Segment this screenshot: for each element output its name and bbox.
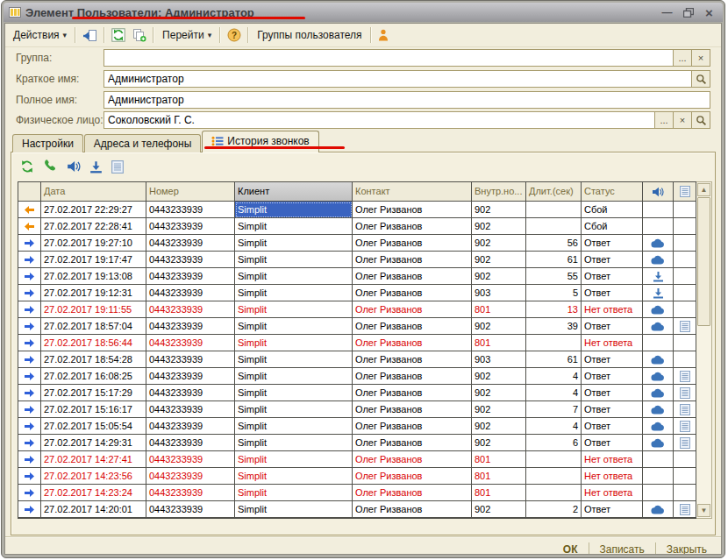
open-note-button[interactable] [111, 160, 124, 174]
cell-number[interactable]: 0443233939 [146, 285, 235, 301]
cell-contact[interactable]: Олег Ризванов [353, 268, 472, 285]
header-date[interactable]: Дата [41, 182, 146, 202]
cell-internal-number[interactable]: 801 [472, 485, 526, 501]
call-phone-button[interactable] [43, 159, 58, 174]
scroll-up-button[interactable]: ▲ [697, 183, 710, 196]
cell-internal-number[interactable]: 902 [472, 368, 526, 385]
cell-date[interactable]: 27.02.2017 14:20:01 [41, 501, 146, 518]
cell-client[interactable]: Simplit [235, 368, 353, 385]
cell-status[interactable]: Нет ответа [582, 451, 643, 468]
user-groups-button[interactable]: Группы пользователя [252, 26, 367, 44]
reread-button[interactable] [108, 26, 129, 44]
person-clear-button[interactable]: × [674, 111, 692, 129]
call-row[interactable]: 27.02.2017 19:13:080443233939SimplitОлег… [18, 268, 696, 285]
cell-duration[interactable] [526, 468, 582, 485]
cell-status[interactable]: Нет ответа [582, 335, 643, 351]
cell-contact[interactable]: Олег Ризванов [353, 235, 472, 252]
download-record-button[interactable] [89, 160, 103, 174]
call-row[interactable]: 27.02.2017 22:28:410443233939SimplitОлег… [18, 218, 696, 235]
cell-contact[interactable]: Олег Ризванов [353, 385, 472, 401]
call-row[interactable]: 27.02.2017 15:17:290443233939SimplitОлег… [18, 385, 696, 401]
cell-number[interactable]: 0443233939 [146, 301, 235, 318]
cell-number[interactable]: 0443233939 [146, 385, 235, 401]
call-row[interactable]: 27.02.2017 18:57:040443233939SimplitОлег… [18, 318, 696, 335]
call-row[interactable]: 27.02.2017 14:23:240443233939SimplitОлег… [18, 485, 696, 501]
full-name-input[interactable] [103, 91, 710, 109]
group-select-button[interactable]: ... [674, 49, 692, 67]
cell-date[interactable]: 27.02.2017 14:23:56 [41, 468, 146, 485]
cell-internal-number[interactable]: 902 [472, 235, 526, 252]
call-row[interactable]: 27.02.2017 19:11:550443233939SimplitОлег… [18, 301, 696, 318]
short-name-search-button[interactable] [692, 70, 710, 88]
cell-internal-number[interactable]: 801 [472, 451, 526, 468]
call-row[interactable]: 27.02.2017 16:08:250443233939SimplitОлег… [18, 368, 696, 385]
call-row[interactable]: 27.02.2017 18:54:280443233939SimplitОлег… [18, 351, 696, 368]
cell-status[interactable]: Ответ [582, 435, 643, 451]
refresh-calls-button[interactable] [20, 159, 34, 174]
cell-date[interactable]: 27.02.2017 22:29:27 [41, 202, 146, 218]
call-row[interactable]: 27.02.2017 14:29:310443233939SimplitОлег… [18, 435, 696, 451]
cell-number[interactable]: 0443233939 [146, 218, 235, 235]
cell-number[interactable]: 0443233939 [146, 451, 235, 468]
person-search-button[interactable] [692, 111, 710, 129]
cell-duration[interactable] [526, 335, 582, 351]
header-status[interactable]: Статус [582, 182, 643, 202]
cell-status[interactable]: Ответ [582, 351, 643, 368]
cell-status[interactable]: Нет ответа [582, 468, 643, 485]
cell-client[interactable]: Simplit [235, 451, 353, 468]
call-row[interactable]: 27.02.2017 14:20:010443233939SimplitОлег… [18, 501, 696, 518]
cell-client[interactable]: Simplit [235, 335, 353, 351]
cell-client[interactable]: Simplit [235, 468, 353, 485]
person-input[interactable] [103, 111, 655, 129]
cell-status[interactable]: Ответ [582, 268, 643, 285]
cell-number[interactable]: 0443233939 [146, 335, 235, 351]
write-close-button[interactable] [79, 27, 101, 44]
cell-date[interactable]: 27.02.2017 18:57:04 [41, 318, 146, 335]
cell-internal-number[interactable]: 902 [472, 318, 526, 335]
cell-internal-number[interactable]: 902 [472, 418, 526, 435]
cell-duration[interactable] [526, 485, 582, 501]
cell-date[interactable]: 27.02.2017 15:16:17 [41, 401, 146, 418]
cell-date[interactable]: 27.02.2017 19:11:55 [41, 301, 146, 318]
scroll-down-button[interactable]: ▼ [697, 504, 710, 517]
header-note-icon[interactable] [674, 182, 696, 202]
cell-contact[interactable]: Олег Ризванов [353, 285, 472, 301]
cell-duration[interactable]: 4 [526, 385, 582, 401]
cell-duration[interactable]: 13 [526, 301, 582, 318]
copy-item-button[interactable] [129, 27, 150, 44]
cell-status[interactable]: Нет ответа [582, 301, 643, 318]
call-row[interactable]: 27.02.2017 19:17:470443233939SimplitОлег… [18, 252, 696, 268]
cell-number[interactable]: 0443233939 [146, 318, 235, 335]
cell-duration[interactable] [526, 202, 582, 218]
cell-date[interactable]: 27.02.2017 18:54:28 [41, 351, 146, 368]
cell-number[interactable]: 0443233939 [146, 351, 235, 368]
cell-internal-number[interactable]: 902 [472, 401, 526, 418]
cell-client[interactable]: Simplit [235, 252, 353, 268]
cell-duration[interactable] [526, 218, 582, 235]
cell-number[interactable]: 0443233939 [146, 485, 235, 501]
help-button[interactable]: ? [224, 26, 245, 44]
cell-date[interactable]: 27.02.2017 15:05:54 [41, 418, 146, 435]
cell-duration[interactable]: 7 [526, 401, 582, 418]
cell-duration[interactable]: 61 [526, 252, 582, 268]
cell-duration[interactable]: 56 [526, 235, 582, 252]
listen-record-button[interactable] [67, 160, 81, 173]
cell-client[interactable]: Simplit [235, 268, 353, 285]
cell-internal-number[interactable]: 903 [472, 351, 526, 368]
cell-number[interactable]: 0443233939 [146, 235, 235, 252]
call-row[interactable]: 27.02.2017 15:05:540443233939SimplitОлег… [18, 418, 696, 435]
cell-date[interactable]: 27.02.2017 19:27:10 [41, 235, 146, 252]
call-row[interactable]: 27.02.2017 14:23:560443233939SimplitОлег… [18, 468, 696, 485]
user-icon-button[interactable] [375, 27, 392, 43]
group-input[interactable] [103, 49, 674, 67]
close-button[interactable]: × [701, 5, 717, 19]
cell-client-selected[interactable]: Simplit [235, 202, 353, 218]
cell-duration[interactable]: 55 [526, 268, 582, 285]
cell-date[interactable]: 27.02.2017 14:29:31 [41, 435, 146, 451]
cell-client[interactable]: Simplit [235, 501, 353, 518]
call-row[interactable]: 27.02.2017 15:16:170443233939SimplitОлег… [18, 401, 696, 418]
cell-status[interactable]: Нет ответа [582, 485, 643, 501]
cell-client[interactable]: Simplit [235, 385, 353, 401]
header-number[interactable]: Номер [146, 182, 235, 202]
tab-settings[interactable]: Настройки [12, 134, 83, 152]
